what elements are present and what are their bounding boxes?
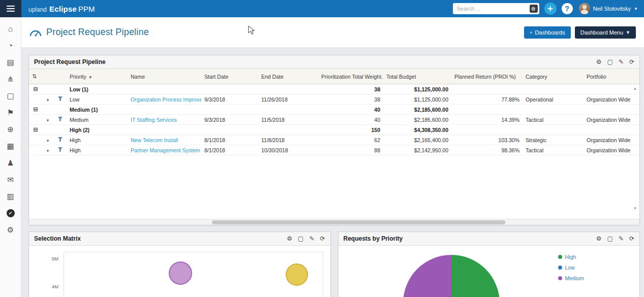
group-column-header[interactable]: ⇅ bbox=[29, 69, 42, 84]
scrollbar-thumb[interactable] bbox=[212, 220, 505, 224]
sidebar-item-approvals[interactable]: ✔ bbox=[0, 205, 21, 221]
collapse-group-icon[interactable]: ⊟ bbox=[33, 106, 38, 112]
table-row[interactable]: ▾ Medium IT Staffing Services 9/3/2018 1… bbox=[29, 115, 639, 125]
sidebar-item-timesheets[interactable]: ▦ bbox=[0, 138, 21, 154]
column-header-category[interactable]: Category bbox=[523, 69, 584, 84]
sidebar-item-discussions[interactable]: ✉ bbox=[0, 171, 21, 188]
widget-maximize-icon[interactable]: ▢ bbox=[298, 236, 303, 242]
drilldown-icon[interactable] bbox=[57, 147, 63, 153]
column-header-start-date[interactable]: Start Date bbox=[201, 69, 258, 84]
request-link[interactable]: IT Staffing Services bbox=[131, 117, 177, 123]
search-options-icon[interactable]: ⚙ bbox=[530, 5, 538, 13]
column-header-name[interactable]: Name bbox=[128, 69, 201, 84]
row-expand-icon[interactable]: ▾ bbox=[47, 97, 49, 103]
sidebar-item-projects[interactable]: ▢ bbox=[0, 87, 21, 104]
widget-refresh-icon[interactable]: ⟳ bbox=[629, 236, 634, 242]
help-button[interactable]: ? bbox=[562, 3, 573, 14]
user-name: Neil Stolovitsky bbox=[593, 6, 631, 12]
pie-legend: High Low Medium bbox=[558, 254, 584, 281]
selection-matrix-widget: Selection Matrix ⚙ ▢ ✎ ⟳ Benefits 5M 4M bbox=[28, 232, 331, 297]
widget-settings-icon[interactable]: ⚙ bbox=[287, 236, 292, 242]
sidebar-item-people[interactable]: ♟ bbox=[0, 154, 21, 171]
dashboard-menu-button[interactable]: Dashboard Menu ▼ bbox=[575, 26, 636, 39]
horizontal-scrollbar[interactable] bbox=[29, 219, 639, 225]
widget-maximize-icon[interactable]: ▢ bbox=[607, 236, 613, 242]
column-header-end-date[interactable]: End Date bbox=[258, 69, 318, 84]
sidebar-item-reports[interactable]: ▤ bbox=[0, 54, 21, 71]
pipeline-table: ⇅ Priority▼ Name Start Date End Date Pri… bbox=[29, 69, 639, 155]
drilldown-icon[interactable] bbox=[57, 117, 63, 123]
widget-refresh-icon[interactable]: ⟳ bbox=[320, 236, 325, 242]
cell-weight: 40 bbox=[318, 115, 383, 125]
cell-proi: 14.39% bbox=[451, 115, 523, 125]
pipeline-widget-header: Project Request Pipeline ⚙ ▢ ✎ ⟳ bbox=[29, 55, 639, 69]
sidebar-item-resources[interactable]: ⊕ bbox=[0, 121, 21, 138]
legend-item[interactable]: Medium bbox=[558, 275, 584, 281]
cell-budget: $2,185,600.00 bbox=[383, 115, 451, 125]
table-row[interactable]: ▾ High New Telecom Install 8/1/2018 11/8… bbox=[29, 135, 639, 145]
message-icon: ✉ bbox=[7, 175, 14, 184]
requests-by-priority-widget: Requests by Priority ⚙ ▢ ✎ ⟳ High bbox=[338, 232, 640, 297]
cell-proi: 77.88% bbox=[451, 94, 523, 105]
widget-edit-icon[interactable]: ✎ bbox=[619, 236, 624, 242]
column-header-weight[interactable]: Prioritization Total Weight... bbox=[318, 69, 383, 84]
sidebar-item-notes[interactable]: ▥ bbox=[0, 188, 21, 205]
hamburger-menu-button[interactable] bbox=[0, 0, 21, 17]
widget-settings-icon[interactable]: ⚙ bbox=[596, 236, 602, 242]
priority-pie[interactable] bbox=[403, 255, 500, 297]
left-sidebar: ⌂ ◔ ▤ ⋔ ▢ ⚑ ⊕ ▦ ♟ ✉ ▥ ✔ ⚙ bbox=[0, 17, 21, 297]
icon-column-header bbox=[53, 69, 67, 84]
drilldown-icon[interactable] bbox=[57, 137, 63, 143]
legend-item[interactable]: High bbox=[558, 254, 584, 260]
requests-by-priority-header: Requests by Priority ⚙ ▢ ✎ ⟳ bbox=[339, 232, 640, 246]
column-header-priority[interactable]: Priority▼ bbox=[67, 69, 128, 84]
widget-maximize-icon[interactable]: ▢ bbox=[607, 59, 613, 65]
widget-edit-icon[interactable]: ✎ bbox=[619, 59, 624, 65]
sidebar-item-organization[interactable]: ⋔ bbox=[0, 71, 21, 87]
cell-priority: Medium bbox=[67, 115, 128, 125]
request-link[interactable]: Organization Process Improvem... bbox=[131, 96, 201, 103]
sidebar-item-dashboards[interactable]: ◔ bbox=[0, 37, 21, 54]
selection-matrix-chart: Benefits 5M 4M bbox=[29, 246, 330, 297]
widget-settings-icon[interactable]: ⚙ bbox=[596, 59, 602, 65]
y-tick-label: 4M bbox=[44, 284, 58, 289]
dashboards-button[interactable]: « Dashboards bbox=[524, 26, 570, 39]
scroll-down-icon[interactable]: ▼ bbox=[633, 206, 637, 211]
request-link[interactable]: Partner Management System bbox=[131, 147, 200, 153]
legend-item[interactable]: Low bbox=[558, 265, 584, 271]
row-expand-icon[interactable]: ▾ bbox=[47, 118, 49, 123]
table-row[interactable]: ▾ High Partner Management System 8/1/201… bbox=[29, 145, 639, 155]
chart-bubble[interactable] bbox=[169, 261, 192, 285]
table-row[interactable]: ▾ Low Organization Process Improvem... 9… bbox=[29, 94, 639, 105]
column-header-budget[interactable]: Total Budget bbox=[383, 69, 451, 84]
column-header-proi[interactable]: Planned Return (PROI %) bbox=[451, 69, 523, 84]
sidebar-item-home[interactable]: ⌂ bbox=[0, 20, 21, 37]
search-input[interactable] bbox=[457, 6, 530, 12]
table-group-row[interactable]: ⊟ High (2) 150 $4,308,350.00 bbox=[29, 125, 639, 135]
reports-icon: ▤ bbox=[7, 58, 14, 67]
cell-end-date: 10/30/2018 bbox=[258, 145, 318, 155]
chart-bubble[interactable] bbox=[286, 263, 308, 286]
add-new-button[interactable]: + bbox=[544, 3, 557, 15]
request-link[interactable]: New Telecom Install bbox=[131, 137, 178, 143]
widget-refresh-icon[interactable]: ⟳ bbox=[629, 59, 634, 65]
sidebar-item-portfolios[interactable]: ⚑ bbox=[0, 104, 21, 121]
scroll-up-icon[interactable]: ▲ bbox=[633, 86, 637, 91]
cell-priority: High (2) bbox=[67, 125, 128, 135]
row-expand-icon[interactable]: ▾ bbox=[47, 138, 49, 143]
cell-portfolio: Organization Wide bbox=[584, 94, 639, 105]
table-group-row[interactable]: ⊟ Low (1) 38 $1,125,000.00 bbox=[29, 84, 639, 94]
row-expand-icon[interactable]: ▾ bbox=[47, 148, 49, 153]
table-group-row[interactable]: ⊟ Medium (1) 40 $2,185,600.00 bbox=[29, 105, 639, 115]
drilldown-icon[interactable] bbox=[57, 96, 63, 103]
column-header-portfolio[interactable]: Portfolio bbox=[584, 69, 639, 84]
main-area: Project Request Pipeline « Dashboards Da… bbox=[21, 17, 644, 297]
collapse-group-icon[interactable]: ⊟ bbox=[33, 86, 38, 92]
widget-edit-icon[interactable]: ✎ bbox=[309, 236, 314, 242]
legend-dot bbox=[558, 266, 562, 270]
vertical-scrollbar[interactable]: ▲ ▼ bbox=[632, 86, 638, 211]
collapse-group-icon[interactable]: ⊟ bbox=[33, 126, 38, 133]
sidebar-item-settings[interactable]: ⚙ bbox=[0, 221, 21, 238]
user-menu[interactable]: Neil Stolovitsky ▼ bbox=[579, 3, 638, 14]
table-header-row: ⇅ Priority▼ Name Start Date End Date Pri… bbox=[29, 69, 639, 84]
